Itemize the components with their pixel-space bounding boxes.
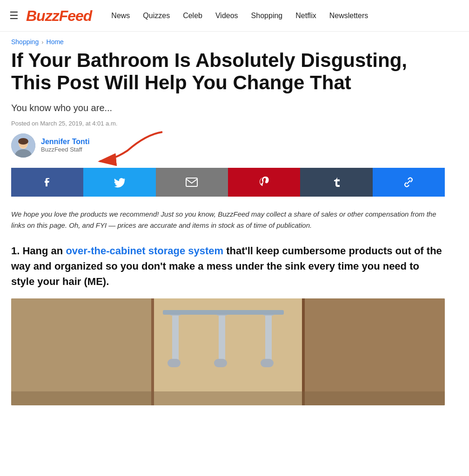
article-title: If Your Bathroom Is Absolutely Disgustin…	[11, 49, 445, 94]
author-role: BuzzFeed Staff	[41, 146, 90, 153]
breadcrumb-separator: ›	[41, 39, 43, 46]
svg-rect-13	[172, 312, 179, 364]
buzzfeed-logo[interactable]: BuzzFeed	[26, 8, 92, 23]
navigation: ☰ BuzzFeed News Quizzes Celeb Videos Sho…	[0, 0, 469, 32]
svg-rect-18	[214, 359, 227, 367]
svg-rect-22	[163, 310, 284, 315]
nav-link-netflix[interactable]: Netflix	[289, 12, 322, 20]
article-meta: Posted on March 25, 2019, at 4:01 a.m.	[11, 120, 445, 127]
nav-link-newsletters[interactable]: Newsletters	[323, 12, 375, 20]
hamburger-menu-icon[interactable]: ☰	[9, 10, 19, 22]
svg-point-4	[18, 138, 28, 145]
share-pinterest-button[interactable]	[228, 168, 300, 197]
article-item-1: 1. Hang an over-the-cabinet storage syst…	[11, 243, 445, 289]
breadcrumb: Shopping › Home	[0, 32, 469, 49]
product-image	[11, 298, 445, 405]
svg-rect-23	[11, 391, 445, 405]
nav-link-news[interactable]: News	[105, 12, 136, 20]
breadcrumb-shopping[interactable]: Shopping	[11, 38, 39, 46]
share-twitter-button[interactable]	[83, 168, 155, 197]
item1-text-before: Hang an	[22, 245, 66, 257]
nav-link-quizzes[interactable]: Quizzes	[136, 12, 176, 20]
share-link-button[interactable]	[373, 168, 445, 197]
nav-link-videos[interactable]: Videos	[209, 12, 245, 20]
svg-rect-15	[168, 359, 181, 367]
nav-link-shopping[interactable]: Shopping	[245, 12, 289, 20]
svg-rect-19	[265, 312, 272, 364]
article-subtitle: You know who you are...	[11, 103, 445, 113]
author-name[interactable]: Jennifer Tonti	[41, 138, 90, 146]
article-disclaimer: We hope you love the products we recomme…	[11, 209, 445, 231]
nav-link-celeb[interactable]: Celeb	[176, 12, 209, 20]
nav-links: News Quizzes Celeb Videos Shopping Netfl…	[105, 12, 375, 20]
article: If Your Bathroom Is Absolutely Disgustin…	[0, 49, 456, 424]
breadcrumb-home[interactable]: Home	[47, 38, 64, 46]
author-avatar	[11, 133, 35, 158]
author-avatar-image	[11, 133, 35, 158]
svg-rect-11	[151, 298, 154, 405]
item1-number: 1.	[11, 245, 20, 257]
svg-rect-6	[186, 178, 197, 186]
svg-rect-8	[11, 298, 154, 405]
svg-rect-21	[261, 359, 274, 367]
item1-link[interactable]: over-the-cabinet storage system	[66, 245, 223, 257]
author-info: Jennifer Tonti BuzzFeed Staff	[41, 138, 90, 153]
author-row: Jennifer Tonti BuzzFeed Staff	[11, 133, 445, 158]
share-tumblr-button[interactable]	[300, 168, 372, 197]
svg-rect-16	[219, 312, 225, 364]
share-facebook-button[interactable]	[11, 168, 83, 197]
svg-rect-9	[302, 298, 445, 405]
share-buttons	[11, 168, 445, 197]
author-arrow	[90, 130, 165, 169]
share-email-button[interactable]	[156, 168, 228, 197]
svg-rect-12	[302, 298, 305, 405]
